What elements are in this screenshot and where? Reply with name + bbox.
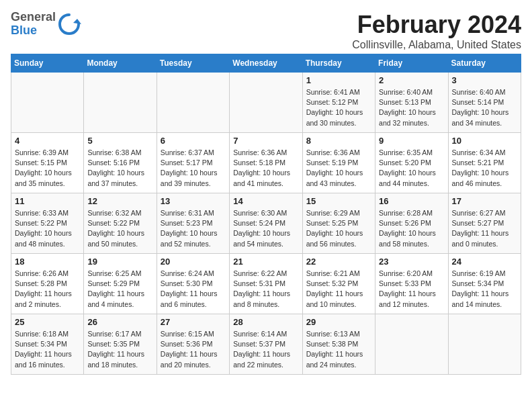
day-number: 5 <box>87 136 152 146</box>
day-number: 22 <box>306 257 371 267</box>
calendar-cell: 24Sunrise: 6:19 AMSunset: 5:34 PMDayligh… <box>448 254 521 314</box>
day-number: 29 <box>306 317 371 327</box>
day-number: 12 <box>87 196 152 206</box>
day-info: Sunrise: 6:25 AMSunset: 5:29 PMDaylight:… <box>87 269 152 310</box>
calendar-table: SundayMondayTuesdayWednesdayThursdayFrid… <box>11 54 521 375</box>
day-number: 1 <box>306 75 371 85</box>
weekday-header-tuesday: Tuesday <box>157 54 229 73</box>
calendar-cell: 6Sunrise: 6:37 AMSunset: 5:17 PMDaylight… <box>157 133 229 193</box>
day-number: 26 <box>87 317 152 327</box>
weekday-header-friday: Friday <box>375 54 448 73</box>
week-row-4: 18Sunrise: 6:26 AMSunset: 5:28 PMDayligh… <box>11 254 521 314</box>
week-row-3: 11Sunrise: 6:33 AMSunset: 5:22 PMDayligh… <box>11 193 521 254</box>
day-info: Sunrise: 6:31 AMSunset: 5:23 PMDaylight:… <box>161 208 226 249</box>
calendar-cell: 20Sunrise: 6:24 AMSunset: 5:30 PMDayligh… <box>157 254 229 314</box>
weekday-header-wednesday: Wednesday <box>230 54 302 73</box>
calendar-cell: 21Sunrise: 6:22 AMSunset: 5:31 PMDayligh… <box>230 254 302 314</box>
day-info: Sunrise: 6:28 AMSunset: 5:26 PMDaylight:… <box>379 208 444 249</box>
day-info: Sunrise: 6:22 AMSunset: 5:31 PMDaylight:… <box>233 269 298 310</box>
calendar-cell: 13Sunrise: 6:31 AMSunset: 5:23 PMDayligh… <box>157 193 229 254</box>
day-info: Sunrise: 6:38 AMSunset: 5:16 PMDaylight:… <box>87 148 152 189</box>
calendar-cell: 16Sunrise: 6:28 AMSunset: 5:26 PMDayligh… <box>375 193 448 254</box>
day-number: 17 <box>452 196 517 206</box>
day-number: 19 <box>87 257 152 267</box>
calendar-cell: 2Sunrise: 6:40 AMSunset: 5:13 PMDaylight… <box>375 73 448 133</box>
calendar-cell: 8Sunrise: 6:36 AMSunset: 5:19 PMDaylight… <box>302 133 375 193</box>
day-number: 3 <box>452 75 517 85</box>
day-number: 24 <box>452 257 517 267</box>
day-number: 4 <box>15 136 80 146</box>
day-info: Sunrise: 6:27 AMSunset: 5:27 PMDaylight:… <box>452 208 517 249</box>
weekday-header-thursday: Thursday <box>302 54 375 73</box>
day-info: Sunrise: 6:32 AMSunset: 5:22 PMDaylight:… <box>87 208 152 249</box>
calendar-cell: 9Sunrise: 6:35 AMSunset: 5:20 PMDaylight… <box>375 133 448 193</box>
day-info: Sunrise: 6:18 AMSunset: 5:34 PMDaylight:… <box>15 329 80 370</box>
day-number: 20 <box>161 257 226 267</box>
week-row-2: 4Sunrise: 6:39 AMSunset: 5:15 PMDaylight… <box>11 133 521 193</box>
day-info: Sunrise: 6:24 AMSunset: 5:30 PMDaylight:… <box>161 269 226 310</box>
day-info: Sunrise: 6:26 AMSunset: 5:28 PMDaylight:… <box>15 269 80 310</box>
day-number: 18 <box>15 257 80 267</box>
day-info: Sunrise: 6:14 AMSunset: 5:37 PMDaylight:… <box>233 329 298 370</box>
calendar-cell: 28Sunrise: 6:14 AMSunset: 5:37 PMDayligh… <box>230 314 302 375</box>
day-info: Sunrise: 6:30 AMSunset: 5:24 PMDaylight:… <box>233 208 298 249</box>
day-info: Sunrise: 6:39 AMSunset: 5:15 PMDaylight:… <box>15 148 80 189</box>
calendar-cell <box>84 73 157 133</box>
calendar-header: February 2024 Collinsville, Alabama, Uni… <box>11 11 521 51</box>
calendar-title: February 2024 <box>11 11 521 39</box>
day-number: 23 <box>379 257 444 267</box>
day-number: 21 <box>233 257 298 267</box>
day-info: Sunrise: 6:36 AMSunset: 5:19 PMDaylight:… <box>306 148 371 189</box>
day-info: Sunrise: 6:15 AMSunset: 5:36 PMDaylight:… <box>161 329 226 370</box>
day-number: 9 <box>379 136 444 146</box>
logo: General Blue <box>11 11 81 38</box>
calendar-cell: 5Sunrise: 6:38 AMSunset: 5:16 PMDaylight… <box>84 133 157 193</box>
day-number: 27 <box>161 317 226 327</box>
calendar-subtitle: Collinsville, Alabama, United States <box>11 39 521 51</box>
calendar-cell: 1Sunrise: 6:41 AMSunset: 5:12 PMDaylight… <box>302 73 375 133</box>
calendar-cell: 3Sunrise: 6:40 AMSunset: 5:14 PMDaylight… <box>448 73 521 133</box>
day-number: 16 <box>379 196 444 206</box>
day-number: 10 <box>452 136 517 146</box>
logo-icon <box>57 12 81 36</box>
calendar-cell: 18Sunrise: 6:26 AMSunset: 5:28 PMDayligh… <box>11 254 84 314</box>
day-number: 13 <box>161 196 226 206</box>
calendar-cell <box>375 314 448 375</box>
day-number: 15 <box>306 196 371 206</box>
day-number: 14 <box>233 196 298 206</box>
svg-marker-0 <box>73 19 81 24</box>
weekday-header-row: SundayMondayTuesdayWednesdayThursdayFrid… <box>11 54 521 73</box>
calendar-cell: 25Sunrise: 6:18 AMSunset: 5:34 PMDayligh… <box>11 314 84 375</box>
calendar-cell: 11Sunrise: 6:33 AMSunset: 5:22 PMDayligh… <box>11 193 84 254</box>
calendar-cell <box>11 73 84 133</box>
day-number: 6 <box>161 136 226 146</box>
calendar-cell: 29Sunrise: 6:13 AMSunset: 5:38 PMDayligh… <box>302 314 375 375</box>
day-info: Sunrise: 6:34 AMSunset: 5:21 PMDaylight:… <box>452 148 517 189</box>
calendar-cell: 23Sunrise: 6:20 AMSunset: 5:33 PMDayligh… <box>375 254 448 314</box>
day-number: 7 <box>233 136 298 146</box>
week-row-5: 25Sunrise: 6:18 AMSunset: 5:34 PMDayligh… <box>11 314 521 375</box>
calendar-cell: 17Sunrise: 6:27 AMSunset: 5:27 PMDayligh… <box>448 193 521 254</box>
day-info: Sunrise: 6:20 AMSunset: 5:33 PMDaylight:… <box>379 269 444 310</box>
day-number: 25 <box>15 317 80 327</box>
day-info: Sunrise: 6:17 AMSunset: 5:35 PMDaylight:… <box>87 329 152 370</box>
day-info: Sunrise: 6:33 AMSunset: 5:22 PMDaylight:… <box>15 208 80 249</box>
day-info: Sunrise: 6:37 AMSunset: 5:17 PMDaylight:… <box>161 148 226 189</box>
day-info: Sunrise: 6:41 AMSunset: 5:12 PMDaylight:… <box>306 87 371 128</box>
calendar-cell: 14Sunrise: 6:30 AMSunset: 5:24 PMDayligh… <box>230 193 302 254</box>
day-number: 28 <box>233 317 298 327</box>
calendar-cell: 22Sunrise: 6:21 AMSunset: 5:32 PMDayligh… <box>302 254 375 314</box>
calendar-cell: 19Sunrise: 6:25 AMSunset: 5:29 PMDayligh… <box>84 254 157 314</box>
calendar-cell: 10Sunrise: 6:34 AMSunset: 5:21 PMDayligh… <box>448 133 521 193</box>
weekday-header-saturday: Saturday <box>448 54 521 73</box>
calendar-cell <box>230 73 302 133</box>
day-number: 11 <box>15 196 80 206</box>
day-number: 2 <box>379 75 444 85</box>
day-info: Sunrise: 6:40 AMSunset: 5:14 PMDaylight:… <box>452 87 517 128</box>
calendar-cell <box>448 314 521 375</box>
day-number: 8 <box>306 136 371 146</box>
calendar-cell: 4Sunrise: 6:39 AMSunset: 5:15 PMDaylight… <box>11 133 84 193</box>
day-info: Sunrise: 6:21 AMSunset: 5:32 PMDaylight:… <box>306 269 371 310</box>
week-row-1: 1Sunrise: 6:41 AMSunset: 5:12 PMDaylight… <box>11 73 521 133</box>
day-info: Sunrise: 6:29 AMSunset: 5:25 PMDaylight:… <box>306 208 371 249</box>
